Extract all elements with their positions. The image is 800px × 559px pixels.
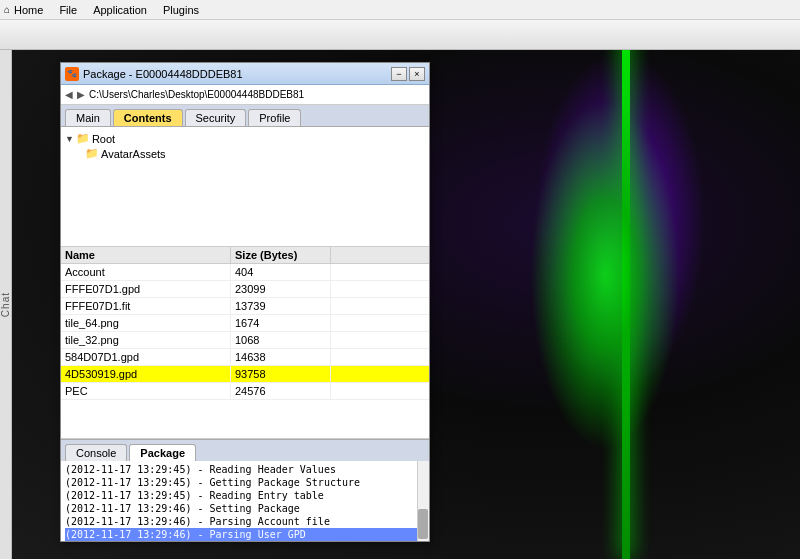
file-extra-cell	[331, 298, 429, 314]
window-icon: 🐾	[65, 67, 79, 81]
sidebar-label: Chat	[0, 292, 11, 317]
file-name-cell: tile_64.png	[61, 315, 231, 331]
table-row[interactable]: FFFE07D1.gpd23099	[61, 281, 429, 298]
file-name-cell: 4D530919.gpd	[61, 366, 231, 382]
tab-main[interactable]: Main	[65, 109, 111, 126]
col-name: Name	[61, 247, 231, 263]
menu-application[interactable]: Application	[85, 2, 155, 18]
file-size-cell: 23099	[231, 281, 331, 297]
file-name-cell: FFFE07D1.fit	[61, 298, 231, 314]
col-size: Size (Bytes)	[231, 247, 331, 263]
bottom-tabs-bar: Console Package	[61, 439, 429, 461]
path-bar: ◀ ▶ C:\Users\Charles\Desktop\E00004448BD…	[61, 85, 429, 105]
tab-contents[interactable]: Contents	[113, 109, 183, 126]
menu-plugins[interactable]: Plugins	[155, 2, 207, 18]
file-extra-cell	[331, 332, 429, 348]
sidebar: Chat	[0, 50, 12, 559]
file-extra-cell	[331, 264, 429, 280]
minimize-button[interactable]: −	[391, 67, 407, 81]
table-row[interactable]: FFFE07D1.fit13739	[61, 298, 429, 315]
file-size-cell: 24576	[231, 383, 331, 399]
toolbar	[0, 20, 800, 50]
tree-area: ▼ 📁 Root 📁 AvatarAssets	[61, 127, 429, 247]
package-window: 🐾 Package - E00004448DDDEB81 − × ◀ ▶ C:\…	[60, 62, 430, 542]
menu-file[interactable]: File	[51, 2, 85, 18]
file-size-cell: 93758	[231, 366, 331, 382]
table-row[interactable]: PEC24576	[61, 383, 429, 400]
table-row[interactable]: Account404	[61, 264, 429, 281]
bottom-tab-console[interactable]: Console	[65, 444, 127, 461]
table-row[interactable]: tile_32.png1068	[61, 332, 429, 349]
window-titlebar: 🐾 Package - E00004448DDDEB81 − ×	[61, 63, 429, 85]
tree-root-label: Root	[92, 133, 115, 145]
table-row[interactable]: 4D530919.gpd93758	[61, 366, 429, 383]
list-item: (2012-11-17 13:29:45) - Reading Header V…	[65, 463, 425, 476]
col-extra	[331, 247, 429, 263]
table-row[interactable]: tile_64.png1674	[61, 315, 429, 332]
log-scroll-thumb[interactable]	[418, 509, 428, 539]
folder-icon-child: 📁	[85, 147, 99, 160]
list-item: (2012-11-17 13:29:45) - Reading Entry ta…	[65, 489, 425, 502]
path-back-arrow[interactable]: ◀	[65, 89, 73, 100]
list-item: (2012-11-17 13:29:45) - Getting Package …	[65, 476, 425, 489]
tree-expand-icon: ▼	[65, 134, 74, 144]
file-extra-cell	[331, 383, 429, 399]
file-size-cell: 13739	[231, 298, 331, 314]
bottom-tab-package[interactable]: Package	[129, 444, 196, 461]
home-label: Home	[14, 4, 43, 16]
file-size-cell: 14638	[231, 349, 331, 365]
file-name-cell: tile_32.png	[61, 332, 231, 348]
file-name-cell: FFFE07D1.gpd	[61, 281, 231, 297]
file-list-header: Name Size (Bytes)	[61, 247, 429, 264]
tab-profile[interactable]: Profile	[248, 109, 301, 126]
folder-icon: 📁	[76, 132, 90, 145]
green-line-decoration	[622, 0, 630, 559]
tree-root[interactable]: ▼ 📁 Root	[65, 131, 425, 146]
log-area: (2012-11-17 13:29:45) - Reading Header V…	[61, 461, 429, 541]
file-rows: Account404FFFE07D1.gpd23099FFFE07D1.fit1…	[61, 264, 429, 400]
list-item: (2012-11-17 13:29:46) - Parsing Account …	[65, 515, 425, 528]
tree-child-label: AvatarAssets	[101, 148, 166, 160]
window-controls: − ×	[391, 67, 425, 81]
file-extra-cell	[331, 281, 429, 297]
menubar: ⌂ Home File Application Plugins	[0, 0, 800, 20]
log-lines: (2012-11-17 13:29:45) - Reading Header V…	[65, 463, 425, 541]
close-button[interactable]: ×	[409, 67, 425, 81]
tab-bar: Main Contents Security Profile	[61, 105, 429, 127]
path-forward-arrow[interactable]: ▶	[77, 89, 85, 100]
file-name-cell: PEC	[61, 383, 231, 399]
file-size-cell: 1068	[231, 332, 331, 348]
tab-security[interactable]: Security	[185, 109, 247, 126]
window-title: Package - E00004448DDDEB81	[83, 68, 391, 80]
list-item: (2012-11-17 13:29:46) - Parsing User GPD	[65, 528, 425, 541]
home-icon: ⌂	[4, 4, 10, 15]
list-item: (2012-11-17 13:29:46) - Setting Package	[65, 502, 425, 515]
file-extra-cell	[331, 366, 429, 382]
path-text: C:\Users\Charles\Desktop\E00004448BDDEB8…	[89, 89, 304, 100]
tree-child-avatars[interactable]: 📁 AvatarAssets	[65, 146, 425, 161]
file-list-area: Name Size (Bytes) Account404FFFE07D1.gpd…	[61, 247, 429, 439]
file-size-cell: 1674	[231, 315, 331, 331]
file-extra-cell	[331, 315, 429, 331]
file-extra-cell	[331, 349, 429, 365]
log-scrollbar[interactable]	[417, 461, 429, 541]
table-row[interactable]: 584D07D1.gpd14638	[61, 349, 429, 366]
file-name-cell: Account	[61, 264, 231, 280]
file-name-cell: 584D07D1.gpd	[61, 349, 231, 365]
file-size-cell: 404	[231, 264, 331, 280]
